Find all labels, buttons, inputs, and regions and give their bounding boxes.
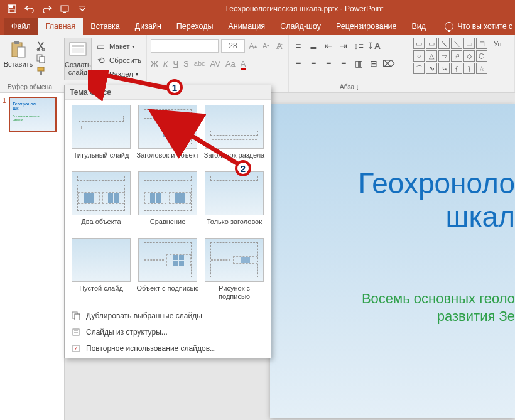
quick-access-toolbar [0, 2, 94, 16]
layout-comparison[interactable]: Сравнение [136, 171, 199, 234]
new-slide-icon [68, 41, 88, 58]
qat-more-icon[interactable] [74, 2, 90, 16]
format-painter-icon[interactable] [35, 65, 46, 77]
layout-title-slide[interactable]: Титульный слайд [70, 105, 133, 168]
save-icon[interactable] [4, 2, 20, 16]
duplicate-icon [71, 311, 81, 321]
section-icon: ▤ [95, 68, 107, 80]
layout-section-header[interactable]: Заголовок раздела [203, 105, 266, 168]
svg-rect-13 [38, 67, 44, 71]
layout-picture-caption[interactable]: Рисунок с подписью [203, 238, 266, 301]
slide-thumbnail-pane: 1 Геохронол шк Восемь основных ге развит… [0, 93, 65, 420]
new-slide-layout-menu: Тема Office Титульный слайд Заголовок и … [64, 85, 271, 358]
group-drawing-label [413, 83, 511, 91]
layout-button[interactable]: ▭Макет▾ [94, 40, 143, 53]
columns-icon[interactable]: ▥ [353, 58, 364, 69]
reset-button[interactable]: ⟲Сбросить [94, 54, 143, 67]
outline-icon [71, 327, 81, 337]
new-slide-button[interactable]: Создать слайд [64, 38, 92, 80]
group-drawing: ▭▭＼＼▭◻ ○△⇨⬀◇⬡ ⌒∿⤿{}☆ Уп [409, 35, 515, 92]
paste-button[interactable]: Вставить [4, 38, 33, 80]
reuse-slides-item[interactable]: Повторное использование слайдов... [65, 340, 271, 357]
italic-button[interactable]: К [163, 59, 168, 68]
group-slides: Создать слайд ▭Макет▾ ⟲Сбросить ▤Раздел▾ [60, 35, 147, 92]
align-left-icon[interactable]: ≡ [293, 58, 304, 69]
tab-home[interactable]: Главная [38, 18, 84, 35]
increase-indent-icon[interactable]: ⇥ [338, 40, 349, 51]
slide-title: Геохроноло шкал [289, 167, 515, 234]
increase-font-icon[interactable]: A▴ [247, 40, 258, 51]
decrease-indent-icon[interactable]: ⇤ [323, 40, 334, 51]
layout-two-content[interactable]: Два объекта [70, 171, 133, 234]
layout-content-caption[interactable]: Объект с подписью [136, 238, 199, 301]
reuse-icon [71, 343, 81, 353]
paste-icon [8, 40, 28, 58]
text-direction-icon[interactable]: ↧A [368, 40, 379, 51]
slide-subtitle: Восемь основных геоло развития Зе [289, 290, 515, 326]
justify-icon[interactable]: ≡ [338, 58, 349, 69]
undo-icon[interactable] [21, 2, 38, 16]
lightbulb-icon [445, 22, 453, 31]
window-title: Геохронологическая шкала.pptx - PowerPoi… [94, 4, 515, 13]
tab-file[interactable]: Файл [4, 18, 38, 35]
tell-me-search[interactable]: Что вы хотите с [445, 18, 515, 35]
strike-button[interactable]: S [183, 59, 189, 68]
underline-button[interactable]: Ч [173, 59, 178, 68]
shadow-button[interactable]: abc [194, 60, 205, 67]
font-color-button[interactable]: A [241, 59, 246, 68]
bullets-icon[interactable]: ≡ [293, 40, 304, 51]
group-paragraph-label: Абзац [293, 83, 405, 91]
shape-gallery[interactable]: ▭▭＼＼▭◻ ○△⇨⬀◇⬡ ⌒∿⤿{}☆ [413, 38, 487, 83]
redo-icon[interactable] [39, 2, 55, 16]
thumbnail-preview: Геохронол шк Восемь основных ге развити [9, 97, 57, 132]
svg-rect-12 [40, 57, 45, 63]
tab-view[interactable]: Вид [404, 18, 433, 35]
svg-rect-8 [18, 47, 25, 57]
svg-rect-4 [63, 12, 66, 13]
svg-rect-3 [61, 6, 68, 11]
layout-title-content[interactable]: Заголовок и объект [136, 105, 199, 168]
tab-insert[interactable]: Вставка [83, 18, 127, 35]
change-case-button[interactable]: Aa [225, 59, 236, 68]
svg-rect-2 [9, 9, 14, 13]
svg-rect-1 [9, 5, 13, 8]
tab-slideshow[interactable]: Слайд-шоу [273, 18, 328, 35]
annotation-marker-1: 1 [166, 79, 183, 95]
section-button[interactable]: ▤Раздел▾ [94, 68, 143, 80]
layout-icon: ▭ [95, 41, 107, 52]
duplicate-slides-item[interactable]: Дублировать выбранные слайды [65, 308, 271, 324]
svg-rect-5 [79, 6, 85, 6]
slide-canvas[interactable]: Геохроноло шкал Восемь основных геоло ра… [270, 104, 515, 418]
slides-from-outline-item[interactable]: Слайды из структуры... [65, 324, 271, 340]
arrange-button[interactable]: Уп [494, 40, 501, 48]
tab-animations[interactable]: Анимация [220, 18, 273, 35]
layout-blank[interactable]: Пустой слайд [70, 238, 133, 301]
font-family-select[interactable] [151, 39, 219, 53]
tab-design[interactable]: Дизайн [127, 18, 169, 35]
font-size-select[interactable]: 28 [221, 39, 245, 53]
cut-icon[interactable] [35, 40, 46, 51]
new-slide-label: Создать слайд [65, 61, 91, 76]
copy-icon[interactable] [35, 53, 46, 64]
thumb-subtitle: Восемь основных ге развити [13, 116, 53, 121]
align-text-icon[interactable]: ⊟ [368, 58, 379, 69]
numbering-icon[interactable]: ≣ [308, 40, 319, 51]
layout-title-only[interactable]: Только заголовок [203, 171, 266, 234]
group-clipboard: Вставить Буфер обмена [0, 35, 60, 92]
align-center-icon[interactable]: ≡ [308, 58, 319, 69]
clear-formatting-icon[interactable]: A̷ [274, 40, 285, 51]
tab-review[interactable]: Рецензирование [328, 18, 404, 35]
slide-thumbnail-1[interactable]: 1 Геохронол шк Восемь основных ге развит… [3, 97, 62, 132]
bold-button[interactable]: Ж [151, 59, 158, 68]
ribbon-tabs: Файл Главная Вставка Дизайн Переходы Ани… [0, 18, 515, 35]
line-spacing-icon[interactable]: ↕≡ [353, 40, 364, 51]
align-right-icon[interactable]: ≡ [323, 58, 334, 69]
svg-rect-19 [75, 314, 80, 320]
char-spacing-button[interactable]: AV [210, 59, 220, 68]
group-clipboard-label: Буфер обмена [4, 83, 56, 91]
smartart-icon[interactable]: ⌦ [383, 58, 394, 69]
decrease-font-icon[interactable]: A▾ [261, 40, 271, 51]
start-from-beginning-icon[interactable] [57, 2, 73, 16]
reset-icon: ⟲ [95, 55, 107, 66]
tab-transitions[interactable]: Переходы [169, 18, 221, 35]
